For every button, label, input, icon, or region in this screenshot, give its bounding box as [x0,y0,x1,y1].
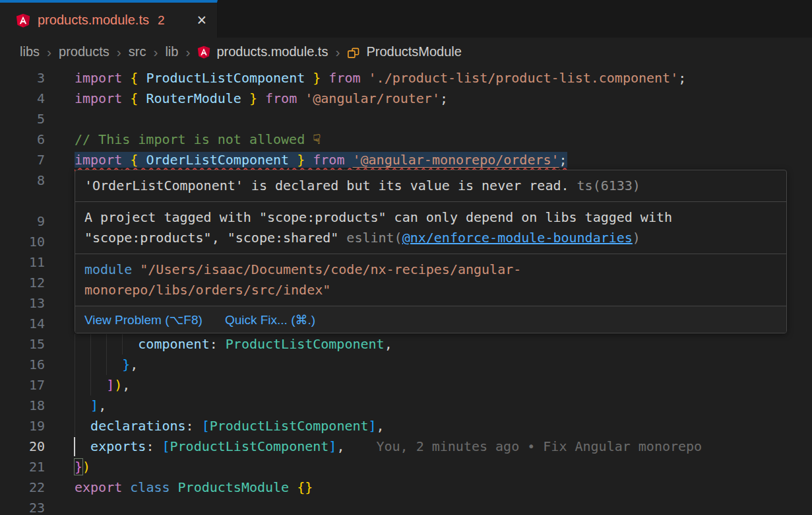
code-token: export [75,479,122,495]
code-token [138,70,146,86]
line-number[interactable] [0,191,45,211]
code-line-4[interactable]: 4import { RouterModule } from '@angular/… [0,88,812,109]
line-number[interactable]: 17 [0,375,45,395]
line-number[interactable]: 4 [0,88,45,109]
line-number[interactable]: 5 [0,109,45,129]
line-number[interactable]: 21 [0,457,45,477]
code-line-19[interactable]: 19 declarations: [ProductListComponent], [0,416,812,436]
line-content: ], [75,395,106,416]
code-line-3[interactable]: 3import { ProductListComponent } from '.… [0,68,812,88]
line-content: }) [75,457,90,477]
close-icon[interactable]: × [197,12,206,28]
hover-ts-message: 'OrderListComponent' is declared but its… [84,178,569,193]
chevron-right-icon: › [117,44,121,60]
code-token: , [98,397,106,413]
code-token: from [265,90,297,106]
quick-fix-button[interactable]: Quick Fix... (⌘.) [225,312,315,327]
code-line-22[interactable]: 22export class ProductsModule {} [0,477,812,498]
code-token [321,70,328,86]
code-token: [ [202,418,210,434]
line-number[interactable]: 11 [0,252,45,273]
line-number[interactable]: 3 [0,68,45,88]
hover-eslint-diagnostic: A project tagged with "scope:products" c… [75,202,786,254]
code-token: ProductListComponent [226,336,385,352]
diagnostics-hover-popup: 'OrderListComponent' is declared but its… [75,170,787,333]
indent-guide [90,355,91,375]
code-token [344,152,352,168]
eslint-rule-link[interactable]: @nx/enforce-module-boundaries [402,230,633,246]
view-problem-button[interactable]: View Problem (⌥F8) [84,312,203,327]
line-number[interactable]: 18 [0,395,45,416]
code-token: } [75,459,82,475]
line-number[interactable]: 23 [0,498,45,515]
code-line-23[interactable]: 23 [0,498,812,515]
code-token: import [75,90,122,106]
line-number[interactable]: 15 [0,334,45,355]
line-number[interactable]: 22 [0,477,45,498]
line-number[interactable]: 10 [0,232,45,252]
breadcrumb-file[interactable]: products.module.ts [197,44,328,59]
code-token: } [249,90,257,106]
line-content: declarations: [ProductListComponent], [75,416,385,436]
code-token: import [75,152,122,168]
line-content: import { OrderListComponent } from '@ang… [75,150,567,170]
code-token [361,70,369,86]
hover-module-line2: monorepo/libs/orders/src/index" [84,280,777,300]
breadcrumb-symbol[interactable]: ProductsModule [347,44,462,59]
code-line-17[interactable]: 17 ]), [0,375,812,395]
code-line-15[interactable]: 15 component: ProductListComponent, [0,334,812,355]
code-token: , [385,336,392,352]
code-token: ] [106,377,114,393]
code-line-16[interactable]: 16 }, [0,355,812,375]
code-token: component [138,336,209,352]
code-token [289,152,297,168]
indent-guide [75,334,75,355]
breadcrumb-item-products[interactable]: products [59,44,109,59]
class-symbol-icon [347,46,360,59]
code-token: , [122,377,130,393]
line-content: exports: [ProductListComponent],You, 2 m… [75,436,702,457]
line-number[interactable]: 13 [0,293,45,314]
code-token: class [130,479,170,495]
tab-products-module[interactable]: products.module.ts 2 × [0,0,218,38]
code-token [75,357,122,372]
hover-eslint-line1: A project tagged with "scope:products" c… [84,207,777,228]
line-content: export class ProductsModule {} [75,477,313,498]
code-line-21[interactable]: 21}) [0,457,812,477]
code-token: , [336,438,344,454]
code-token: : [146,438,162,454]
code-token: ProductListComponent [210,418,369,434]
code-line-20[interactable]: 20 exports: [ProductListComponent],You, … [0,436,812,457]
breadcrumb: libs › products › src › lib › products.m… [0,38,812,66]
code-token: ProductListComponent [146,70,305,86]
code-token [241,90,249,106]
indent-guide [75,416,75,436]
indent-guide [75,355,75,375]
code-line-6[interactable]: 6// This import is not allowed ☟ [0,129,812,150]
line-number[interactable]: 6 [0,129,45,150]
line-number[interactable]: 14 [0,314,45,334]
code-line-7[interactable]: 7import { OrderListComponent } from '@an… [0,150,812,170]
line-number[interactable]: 20 [0,436,45,457]
code-line-18[interactable]: 18 ], [0,395,812,416]
code-token: ] [328,438,336,454]
chevron-right-icon: › [153,44,158,60]
indent-guide [75,375,75,395]
code-token [75,418,90,434]
breadcrumb-item-src[interactable]: src [129,44,146,59]
hover-module-line1: module "/Users/isaac/Documents/code/nx-r… [84,259,777,280]
code-token [122,152,130,168]
line-number[interactable]: 9 [0,211,45,232]
code-line-5[interactable]: 5 [0,109,812,129]
line-number[interactable]: 19 [0,416,45,436]
line-number[interactable]: 8 [0,170,45,191]
line-number[interactable]: 16 [0,355,45,375]
breadcrumb-item-lib[interactable]: lib [165,44,178,59]
breadcrumb-item-libs[interactable]: libs [20,44,40,59]
error-squiggle: import { OrderListComponent } from '@ang… [75,152,567,168]
code-token: ] [90,397,98,413]
line-number[interactable]: 7 [0,150,45,170]
line-number[interactable]: 12 [0,273,45,293]
hover-eslint-line2: "scope:products", "scope:shared" eslint(… [84,228,777,248]
code-token: , [130,357,138,372]
